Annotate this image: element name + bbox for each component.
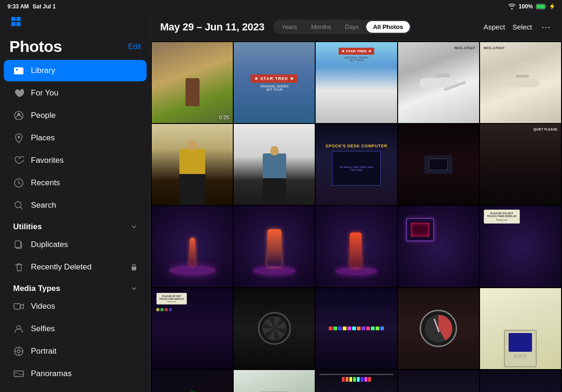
clock-icon bbox=[13, 177, 24, 189]
tab-months[interactable]: Months bbox=[304, 21, 338, 33]
photo-cell[interactable] bbox=[234, 370, 315, 392]
sidebar-item-label-places: Places bbox=[31, 133, 55, 143]
duplicate-icon bbox=[13, 239, 24, 250]
top-bar-actions: Aspect Select ··· bbox=[483, 21, 553, 34]
sidebar-item-label-people: People bbox=[31, 111, 56, 120]
sidebar-item-label-for-you: For You bbox=[31, 88, 59, 98]
photo-cell[interactable] bbox=[398, 370, 479, 392]
aspect-button[interactable]: Aspect bbox=[483, 23, 505, 31]
photo-cell[interactable]: PLEASE DO NOTTOUCH THIS DISPLAY Thank yo… bbox=[152, 288, 233, 369]
photo-cell[interactable]: SPOCK'S DESK COMPUTER As seen in Star Tr… bbox=[316, 124, 397, 205]
photo-cell[interactable] bbox=[398, 124, 479, 205]
sidebar-item-label-panoramas: Panoramas bbox=[31, 369, 72, 378]
sidebar-item-label-recently-deleted: Recently Deleted bbox=[31, 262, 91, 272]
edit-button[interactable]: Edit bbox=[128, 43, 141, 51]
tab-days[interactable]: Days bbox=[339, 21, 366, 33]
svg-rect-4 bbox=[11, 22, 15, 26]
sidebar-top-area bbox=[0, 13, 150, 32]
sidebar-item-label-library: Library bbox=[31, 66, 55, 75]
sidebar-item-selfies[interactable]: Selfies bbox=[4, 318, 147, 340]
grid-icon bbox=[11, 16, 21, 27]
grid-view-button[interactable] bbox=[7, 13, 24, 30]
photo-cell[interactable]: QUIET PLEASE bbox=[480, 124, 561, 205]
photo-grid: 0:25 ★ STAR TREK ★ ORIGINAL SERIESSET TO… bbox=[151, 41, 562, 392]
photo-cell[interactable] bbox=[152, 206, 233, 287]
more-button[interactable]: ··· bbox=[540, 21, 553, 34]
date-range: May 29 – Jun 11, 2023 bbox=[160, 21, 264, 33]
sidebar-item-label-duplicates: Duplicates bbox=[31, 240, 68, 249]
sidebar-item-duplicates[interactable]: Duplicates bbox=[4, 234, 147, 255]
sidebar-item-for-you[interactable]: ✦ For You bbox=[4, 82, 147, 104]
sidebar-item-portrait[interactable]: Portrait bbox=[4, 341, 147, 362]
photo-cell[interactable]: ★ STAR TREK ★ ORIGINAL SERIESSET TOUR bbox=[316, 42, 397, 123]
sidebar-item-panoramas[interactable]: Panoramas bbox=[4, 363, 147, 385]
photo-cell[interactable]: PLEASE DO NOTTOUCH THIS DISPLAY Thank yo… bbox=[480, 206, 561, 287]
main-layout: Photos Edit Library ✦ For You bbox=[0, 13, 562, 392]
sidebar-item-recently-deleted[interactable]: Recently Deleted bbox=[4, 256, 147, 278]
sidebar-item-recents[interactable]: Recents bbox=[4, 172, 147, 194]
sidebar: Photos Edit Library ✦ For You bbox=[0, 13, 151, 392]
photo-cell[interactable]: NCC-1701/7 bbox=[398, 42, 479, 123]
svg-rect-17 bbox=[14, 304, 20, 309]
svg-point-7 bbox=[16, 69, 18, 71]
photo-cell[interactable] bbox=[480, 288, 561, 369]
sidebar-item-videos[interactable]: Videos bbox=[4, 296, 147, 317]
photo-cell[interactable] bbox=[234, 124, 315, 205]
photo-cell[interactable] bbox=[480, 370, 561, 392]
chevron-down-icon bbox=[131, 224, 137, 230]
svg-rect-2 bbox=[11, 17, 15, 21]
svg-rect-1 bbox=[537, 5, 545, 9]
my-albums-section-header[interactable]: My Albums bbox=[0, 385, 150, 392]
svg-rect-16 bbox=[132, 267, 136, 270]
sidebar-header: Photos Edit bbox=[0, 32, 150, 59]
sidebar-item-search[interactable]: Search bbox=[4, 195, 147, 216]
photo-cell[interactable] bbox=[316, 288, 397, 369]
panorama-icon bbox=[13, 368, 24, 379]
photo-cell[interactable] bbox=[152, 370, 233, 392]
battery: 100% bbox=[518, 3, 533, 10]
photo-cell[interactable] bbox=[152, 124, 233, 205]
lock-icon bbox=[131, 263, 137, 271]
svg-point-11 bbox=[18, 136, 20, 138]
heart-sparkle-icon: ✦ bbox=[13, 87, 24, 99]
svg-rect-15 bbox=[15, 241, 21, 247]
video-duration: 0:25 bbox=[219, 115, 229, 120]
top-bar: May 29 – Jun 11, 2023 Years Months Days … bbox=[151, 13, 562, 41]
tab-all-photos[interactable]: All Photos bbox=[366, 21, 409, 33]
utilities-section-header[interactable]: Utilities bbox=[0, 217, 150, 233]
photo-cell[interactable]: NCC-1701/7 bbox=[480, 42, 561, 123]
photo-cell[interactable]: 0:25 bbox=[152, 42, 233, 123]
pin-icon bbox=[13, 132, 24, 144]
trash-icon bbox=[13, 261, 24, 273]
svg-rect-3 bbox=[16, 17, 21, 21]
photo-cell[interactable] bbox=[316, 206, 397, 287]
heart-icon bbox=[13, 155, 24, 166]
photo-cell[interactable] bbox=[234, 288, 315, 369]
sidebar-item-library[interactable]: Library bbox=[4, 60, 147, 81]
tab-years[interactable]: Years bbox=[275, 21, 303, 33]
status-bar: 9:33 AM Sat Jul 1 100% bbox=[0, 0, 562, 13]
select-button[interactable]: Select bbox=[512, 23, 532, 31]
svg-rect-5 bbox=[16, 22, 21, 26]
person-circle-icon bbox=[13, 110, 24, 121]
utilities-label: Utilities bbox=[13, 222, 42, 232]
person-icon bbox=[13, 323, 24, 334]
photo-cell[interactable] bbox=[316, 370, 397, 392]
date: Sat Jul 1 bbox=[33, 3, 56, 10]
aperture-icon bbox=[13, 346, 24, 357]
media-types-section-header[interactable]: Media Types bbox=[0, 278, 150, 295]
photo-cell[interactable] bbox=[234, 206, 315, 287]
battery-icon bbox=[536, 4, 547, 9]
sidebar-item-label-videos: Videos bbox=[31, 302, 55, 311]
photo-cell[interactable]: ★ STAR TREK ★ ORIGINAL SERIESSET TOUR bbox=[234, 42, 315, 123]
time: 9:33 AM bbox=[7, 3, 29, 10]
video-icon bbox=[13, 301, 24, 312]
photo-cell[interactable] bbox=[398, 288, 479, 369]
svg-point-20 bbox=[17, 350, 20, 353]
status-bar-left: 9:33 AM Sat Jul 1 bbox=[7, 3, 56, 10]
sidebar-item-places[interactable]: Places bbox=[4, 127, 147, 149]
photo-cell[interactable] bbox=[398, 206, 479, 287]
sidebar-item-people[interactable]: People bbox=[4, 105, 147, 126]
sidebar-item-favorites[interactable]: Favorites bbox=[4, 150, 147, 171]
photo-icon bbox=[13, 65, 24, 76]
